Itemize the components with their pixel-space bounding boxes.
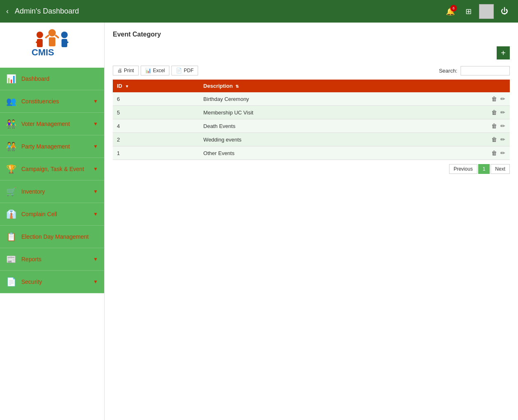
layout: CMIS 📊 Dashboard 👥 Constituencies ▼ 👫 Vo… [0, 23, 518, 420]
sidebar-item-campaign-task-event[interactable]: 🏆 Campaign, Task & Event ▼ [0, 158, 104, 180]
cell-description: Membership UC Visit 🗑 ✏ [199, 106, 510, 119]
chevron-down-icon: ▼ [93, 189, 98, 194]
toolbar-left: 🖨 Print 📊 Excel 📄 PDF [113, 66, 198, 75]
chevron-down-icon: ▼ [93, 166, 98, 172]
cell-description: Other Events 🗑 ✏ [199, 146, 510, 160]
sidebar-item-label: Voter Management [21, 121, 93, 127]
svg-point-0 [37, 32, 43, 38]
description-text: Birthday Ceremony [203, 96, 249, 102]
sidebar-logo: CMIS [0, 23, 104, 68]
toolbar-right: Search: [439, 66, 510, 75]
column-header-id[interactable]: ID ▼ [113, 80, 199, 92]
toolbar-row: 🖨 Print 📊 Excel 📄 PDF Search: [113, 66, 510, 75]
grid-icon: ⊞ [466, 7, 472, 16]
cell-description: Wedding events 🗑 ✏ [199, 133, 510, 146]
sidebar-item-dashboard[interactable]: 📊 Dashboard [0, 68, 104, 90]
delete-button[interactable]: 🗑 [491, 136, 497, 143]
svg-rect-11 [55, 34, 59, 39]
chevron-down-icon: ▼ [93, 211, 98, 217]
top-header: ‹ Admin's Dashboard 🔔 6 ⊞ ⏻ [0, 0, 518, 23]
next-button[interactable]: Next [491, 164, 510, 174]
cell-id: 5 [113, 106, 199, 119]
excel-label: Excel [153, 68, 165, 73]
table-row: 2 Wedding events 🗑 ✏ [113, 133, 510, 146]
chevron-down-icon: ▼ [93, 98, 98, 104]
page-title: Event Category [113, 31, 510, 38]
description-text: Membership UC Visit [203, 110, 253, 116]
pdf-label: PDF [184, 68, 194, 73]
print-label: Print [124, 68, 134, 73]
edit-button[interactable]: ✏ [500, 95, 506, 103]
election-icon: 📋 [6, 232, 16, 242]
sidebar-item-label: Reports [21, 256, 93, 262]
cell-id: 1 [113, 146, 199, 160]
cell-id: 4 [113, 119, 199, 133]
delete-button[interactable]: 🗑 [491, 149, 497, 157]
grid-button[interactable]: ⊞ [461, 4, 476, 19]
notification-badge: 6 [450, 5, 457, 11]
chevron-down-icon: ▼ [93, 256, 98, 262]
table-row: 1 Other Events 🗑 ✏ [113, 146, 510, 160]
excel-button[interactable]: 📊 Excel [141, 66, 169, 75]
notification-button[interactable]: 🔔 6 [443, 4, 458, 19]
campaign-icon: 🏆 [6, 164, 16, 174]
header-title: Admin's Dashboard [15, 7, 443, 16]
cmis-logo: CMIS [27, 27, 77, 64]
back-button[interactable]: ‹ [6, 7, 9, 16]
sidebar-item-complain-cell[interactable]: 👔 Complain Cell ▼ [0, 203, 104, 226]
svg-rect-10 [45, 34, 50, 39]
pdf-button[interactable]: 📄 PDF [171, 66, 198, 75]
sidebar-item-party-management[interactable]: 🧑‍🤝‍🧑 Party Management ▼ [0, 135, 104, 158]
add-button[interactable]: + [497, 46, 510, 59]
delete-button[interactable]: 🗑 [491, 109, 497, 116]
sidebar-item-label: Complain Cell [21, 211, 93, 217]
sidebar-item-constituencies[interactable]: 👥 Constituencies ▼ [0, 90, 104, 113]
chevron-down-icon: ▼ [93, 279, 98, 285]
delete-button[interactable]: 🗑 [491, 95, 497, 103]
avatar-button[interactable] [479, 4, 494, 19]
table-row: 4 Death Events 🗑 ✏ [113, 119, 510, 133]
sidebar-item-label: Constituencies [21, 98, 93, 105]
voter-icon: 👫 [6, 119, 16, 129]
table-row: 6 Birthday Ceremony 🗑 ✏ [113, 92, 510, 106]
previous-button[interactable]: Previous [449, 164, 477, 174]
sidebar-item-label: Dashboard [21, 75, 98, 82]
sort-icon: ⇅ [235, 84, 239, 89]
description-text: Wedding events [203, 137, 242, 143]
edit-button[interactable]: ✏ [500, 109, 506, 116]
sidebar-item-inventory[interactable]: 🛒 Inventory ▼ [0, 180, 104, 203]
add-button-row: + [113, 46, 510, 64]
main-content: Event Category + 🖨 Print 📊 Excel 📄 PDF [105, 23, 518, 420]
edit-button[interactable]: ✏ [500, 122, 506, 130]
logout-button[interactable]: ⏻ [497, 4, 512, 19]
edit-button[interactable]: ✏ [500, 149, 506, 157]
sidebar-item-voter-management[interactable]: 👫 Voter Management ▼ [0, 113, 104, 135]
table-row: 5 Membership UC Visit 🗑 ✏ [113, 106, 510, 119]
delete-button[interactable]: 🗑 [491, 122, 497, 130]
sidebar-item-label: Election Day Management [21, 233, 98, 240]
edit-button[interactable]: ✏ [500, 136, 506, 143]
page-1-button[interactable]: 1 [478, 164, 490, 174]
print-button[interactable]: 🖨 Print [113, 66, 139, 75]
dashboard-icon: 📊 [6, 74, 16, 84]
sidebar-item-reports[interactable]: 📰 Reports ▼ [0, 248, 104, 271]
sort-icon: ▼ [125, 84, 129, 89]
cell-id: 6 [113, 92, 199, 106]
cell-id: 2 [113, 133, 199, 146]
sidebar-item-election-day-management[interactable]: 📋 Election Day Management [0, 226, 104, 248]
sidebar-item-security[interactable]: 📄 Security ▼ [0, 271, 104, 293]
svg-rect-5 [49, 37, 55, 46]
svg-point-6 [61, 32, 68, 38]
party-icon: 🧑‍🤝‍🧑 [6, 142, 16, 151]
action-icons: 🗑 ✏ [491, 149, 506, 157]
print-icon: 🖨 [117, 68, 122, 73]
action-icons: 🗑 ✏ [491, 136, 506, 143]
search-input[interactable] [461, 66, 510, 75]
sidebar-item-label: Campaign, Task & Event [21, 166, 93, 172]
cell-description: Death Events 🗑 ✏ [199, 119, 510, 132]
complain-icon: 👔 [6, 209, 16, 219]
table-header-row: ID ▼ Description ⇅ [113, 80, 510, 92]
column-header-description[interactable]: Description ⇅ [199, 80, 510, 92]
cell-description: Birthday Ceremony 🗑 ✏ [199, 92, 510, 105]
chevron-down-icon: ▼ [93, 144, 98, 149]
